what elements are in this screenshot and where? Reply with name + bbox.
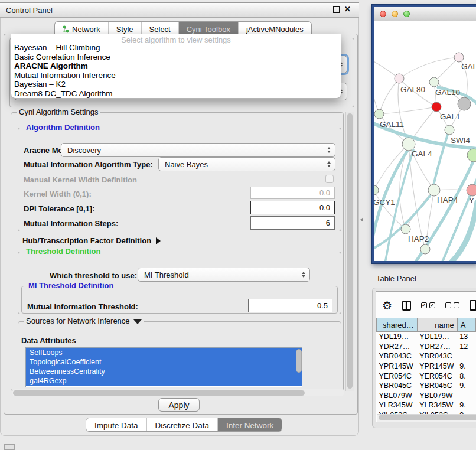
tab-cyni-toolbox[interactable]: Cyni Toolbox	[179, 22, 239, 35]
node-salmon[interactable]	[467, 184, 476, 196]
table-cell[interactable]: YBL079W	[377, 391, 418, 401]
dropdown-option[interactable]: ARACNE Algorithm	[11, 61, 341, 71]
dropdown-option[interactable]: Bayesian – Hill Climbing	[11, 43, 341, 53]
node-gray[interactable]	[458, 97, 471, 110]
mi-type-combo[interactable]: Naive Bayes	[158, 157, 335, 171]
column-header[interactable]: name	[417, 318, 457, 332]
checked-boxes-icon[interactable]: ✓✓	[421, 302, 435, 308]
tab-select[interactable]: Select	[142, 22, 179, 35]
table-cell[interactable]: YLR345W	[377, 400, 418, 410]
table-cell[interactable]: 12	[457, 342, 475, 352]
kernel-width-field[interactable]: 0.0	[250, 187, 335, 199]
node-bottom[interactable]	[420, 244, 430, 254]
tab-infer-network[interactable]: Infer Network	[218, 418, 282, 431]
node-hap4[interactable]	[428, 184, 440, 196]
table-cell[interactable]: 13	[457, 332, 475, 342]
table-row[interactable]: YER054CYER054C8.	[377, 371, 476, 381]
table-cell[interactable]: YBR043C	[417, 351, 457, 361]
table-cell[interactable]: YLR345W	[417, 400, 457, 410]
table-cell[interactable]: YPR145W	[377, 361, 418, 371]
table-horizontal-scrollbar-thumb[interactable]	[379, 415, 476, 420]
table-cell[interactable]: 9.	[457, 381, 475, 391]
network-canvas[interactable]: GALGAL80GAL10GAL1GAL11SWI4GAL4GCY1HAP4YH…	[374, 21, 476, 261]
apply-button[interactable]: Apply	[158, 398, 200, 412]
table-cell[interactable]: YER054C	[417, 371, 457, 381]
node-swi4[interactable]	[445, 125, 454, 135]
aracne-mode-combo[interactable]: Discovery	[61, 143, 335, 157]
table-cell[interactable]	[457, 391, 475, 401]
network-window-titlebar[interactable]	[374, 7, 476, 21]
dropdown-option[interactable]: Mutual Information Inference	[11, 71, 341, 80]
node-gal4[interactable]	[402, 138, 415, 151]
table-row[interactable]: YLR345WYLR345W9.	[377, 400, 476, 410]
tab-network[interactable]: Network	[55, 22, 109, 35]
float-window-icon[interactable]	[333, 6, 340, 13]
attributes-vertical-scrollbar[interactable]	[295, 348, 302, 387]
node-gal10[interactable]	[429, 77, 439, 87]
table-cell[interactable]: 8.	[457, 371, 475, 381]
table-cell[interactable]: YBR045C	[417, 381, 457, 391]
minimize-traffic-light[interactable]	[392, 11, 398, 17]
column-header[interactable]: A	[457, 318, 475, 332]
table-row[interactable]: YDL19…YDL19…13	[377, 332, 476, 342]
table-cell[interactable]: YBR043C	[377, 351, 418, 361]
table-cell[interactable]: YDR27…	[377, 342, 418, 352]
unchecked-boxes-icon[interactable]	[445, 302, 459, 308]
attribute-list-item[interactable]: gal4RGexp	[26, 376, 302, 386]
gear-icon[interactable]: ⚙	[382, 300, 392, 311]
table-cell[interactable]: 9.	[457, 361, 475, 371]
node-pink-top[interactable]	[454, 53, 464, 62]
dropdown-option[interactable]: Basic Correlation Inference	[11, 53, 341, 62]
columns-icon[interactable]	[402, 301, 411, 311]
tab-jactivemnodules[interactable]: jActiveMNodules	[239, 22, 311, 35]
node-gal1[interactable]	[432, 102, 441, 112]
attribute-list-item[interactable]: SelfLoops	[26, 348, 302, 357]
which-threshold-combo[interactable]: MI Threshold	[138, 268, 310, 282]
table-cell[interactable]	[457, 351, 475, 361]
dropdown-option[interactable]: Bayesian – K2	[11, 80, 341, 89]
manual-kernel-checkbox[interactable]	[325, 175, 334, 183]
node-right-green[interactable]	[467, 149, 476, 162]
sources-toggle[interactable]: Sources for Network Inference	[24, 317, 144, 325]
tab-impute-data[interactable]: Impute Data	[86, 418, 147, 431]
dpi-tolerance-field[interactable]: 0.0	[250, 201, 335, 214]
node-gcy1[interactable]	[374, 185, 379, 195]
network-edge[interactable]	[379, 107, 436, 114]
table-cell[interactable]: YDL19…	[377, 332, 418, 342]
attribute-list-item[interactable]: BetweennessCentrality	[26, 367, 302, 376]
table-cell[interactable]: YPR145W	[417, 361, 457, 371]
panel-divider-arrow[interactable]	[360, 217, 363, 222]
table-cell[interactable]: YDL19…	[417, 332, 457, 342]
zoom-traffic-light[interactable]	[403, 11, 410, 17]
file-icon[interactable]	[470, 300, 476, 311]
network-edge[interactable]	[379, 79, 399, 114]
tab-style[interactable]: Style	[109, 22, 142, 35]
mit-field[interactable]: 0.5	[248, 299, 332, 312]
dropdown-option[interactable]: Dream8 DC_TDC Algorithm	[11, 89, 341, 99]
column-header[interactable]: shared…	[377, 318, 418, 332]
table-cell[interactable]: YBR045C	[377, 381, 418, 391]
table-row[interactable]: YBR043CYBR043C	[377, 351, 476, 361]
table-cell[interactable]: YBL079W	[417, 391, 457, 401]
node-gal80[interactable]	[395, 74, 404, 83]
table-cell[interactable]: YDR27…	[417, 342, 457, 352]
table-row[interactable]: YDR27…YDR27…12	[377, 342, 476, 352]
table-row[interactable]: YPR145WYPR145W9.	[377, 361, 476, 371]
close-traffic-light[interactable]	[380, 11, 386, 17]
node-gal11[interactable]	[374, 109, 384, 119]
table-row[interactable]: YBR045CYBR045C9.	[377, 381, 476, 391]
close-icon[interactable]: ✕	[344, 6, 351, 13]
apply-button-label: Apply	[168, 400, 189, 410]
network-edge[interactable]	[399, 57, 459, 79]
table-cell[interactable]: 9.	[457, 400, 475, 410]
settings-vertical-scrollbar[interactable]	[345, 112, 354, 391]
tab-discretize-data[interactable]: Discretize Data	[147, 418, 219, 431]
mi-steps-field[interactable]: 6	[250, 216, 335, 230]
table-cell[interactable]: YER054C	[377, 371, 418, 381]
table-row[interactable]: YBL079WYBL079W	[377, 391, 476, 401]
node-hap2[interactable]	[401, 224, 410, 234]
minimized-panel-icon[interactable]	[4, 444, 15, 450]
settings-horizontal-scrollbar[interactable]	[12, 389, 344, 396]
hub-section-toggle[interactable]: Hub/Transcription Factor Definition	[22, 236, 161, 245]
attribute-list-item[interactable]: TopologicalCoefficient	[26, 357, 302, 367]
